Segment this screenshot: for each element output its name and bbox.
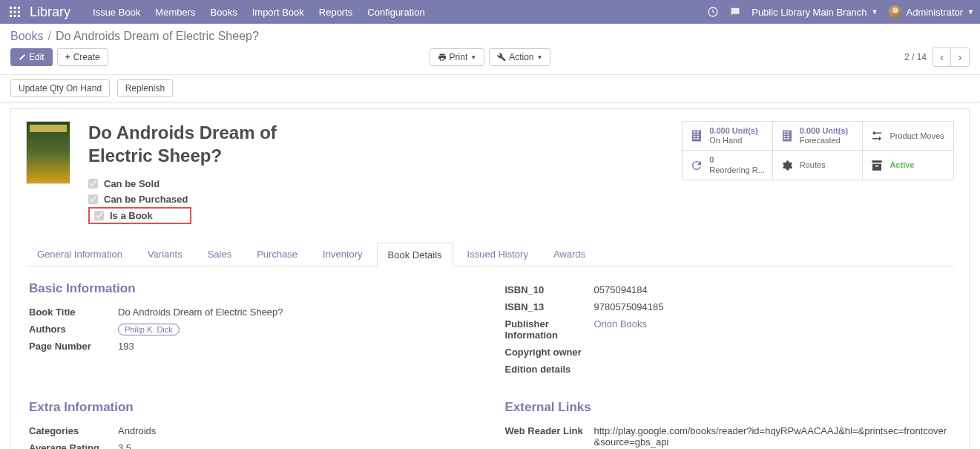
caret-down-icon: ▼ xyxy=(872,8,878,16)
can-be-purchased-label: Can be Purchased xyxy=(104,194,188,205)
menu-import-book[interactable]: Import Book xyxy=(252,7,304,18)
exchange-icon xyxy=(870,129,884,142)
tab-inventory[interactable]: Inventory xyxy=(312,242,373,266)
value-page-number: 193 xyxy=(118,341,134,352)
value-reader-link: http://play.google.com/books/reader?id=h… xyxy=(594,425,952,448)
stat-product-moves[interactable]: Product Moves xyxy=(863,122,953,151)
top-navbar: Library Issue Book Members Books Import … xyxy=(0,0,980,24)
section-external-links: External Links xyxy=(505,400,952,415)
breadcrumb-root[interactable]: Books xyxy=(10,30,43,43)
print-label: Print xyxy=(450,52,468,62)
caret-down-icon: ▼ xyxy=(537,54,543,61)
menu-members[interactable]: Members xyxy=(155,7,195,18)
company-switcher[interactable]: Public Library Main Branch ▼ xyxy=(752,7,878,18)
svg-rect-3 xyxy=(10,11,12,13)
menu-issue-book[interactable]: Issue Book xyxy=(93,7,140,18)
svg-rect-4 xyxy=(14,11,16,13)
value-categories: Androids xyxy=(118,425,156,436)
edit-button[interactable]: Edit xyxy=(10,48,53,66)
label-rating: Average Rating xyxy=(29,442,118,449)
tab-sales[interactable]: Sales xyxy=(197,242,243,266)
user-name: Administrator xyxy=(907,7,964,18)
is-a-book-checkbox[interactable] xyxy=(94,211,104,220)
pager-prev[interactable]: ‹ xyxy=(933,48,951,66)
stat-reordering[interactable]: 0Reordering R... xyxy=(683,151,773,179)
form-sheet: Do Androids Dream of Electric Sheep? Can… xyxy=(10,108,970,449)
tab-variants[interactable]: Variants xyxy=(137,242,194,266)
can-be-sold-label: Can be Sold xyxy=(104,178,160,189)
print-button[interactable]: Print ▼ xyxy=(430,48,485,66)
building-icon xyxy=(690,129,703,142)
apps-icon[interactable] xyxy=(6,3,24,21)
tab-issued-history[interactable]: Issued History xyxy=(456,242,539,266)
svg-rect-5 xyxy=(18,11,20,13)
stat-routes[interactable]: Routes xyxy=(773,151,864,179)
label-page-number: Page Number xyxy=(29,341,118,352)
pencil-icon xyxy=(19,53,26,61)
is-a-book-label: Is a Book xyxy=(110,210,153,221)
label-reader-link: Web Reader Link xyxy=(505,425,594,448)
user-menu[interactable]: Administrator ▼ xyxy=(889,5,975,19)
page-title: Do Androids Dream of Electric Sheep? xyxy=(88,121,341,167)
can-be-sold-checkbox[interactable] xyxy=(88,179,98,189)
nav-menu: Issue Book Members Books Import Book Rep… xyxy=(93,7,425,18)
action-button[interactable]: Action ▼ xyxy=(489,48,550,66)
svg-rect-0 xyxy=(10,7,12,9)
update-qty-button[interactable]: Update Qty On Hand xyxy=(10,79,110,97)
breadcrumb-current: Do Androids Dream of Electric Sheep? xyxy=(56,30,259,43)
is-a-book-row: Is a Book xyxy=(88,207,191,224)
refresh-icon xyxy=(690,159,703,172)
wrench-icon xyxy=(497,53,506,62)
tab-content: Basic Information Book TitleDo Androids … xyxy=(26,266,954,449)
publisher-link[interactable]: Orion Books xyxy=(594,318,648,330)
label-isbn13: ISBN_13 xyxy=(505,301,594,312)
label-authors: Authors xyxy=(29,324,118,335)
author-tag[interactable]: Philip K. Dick xyxy=(118,324,180,335)
pager-text[interactable]: 2 / 14 xyxy=(904,52,927,62)
label-categories: Categories xyxy=(29,425,118,436)
value-isbn10: 0575094184 xyxy=(594,284,648,295)
can-be-purchased-checkbox[interactable] xyxy=(88,194,98,204)
tab-awards[interactable]: Awards xyxy=(542,242,596,266)
svg-rect-6 xyxy=(10,15,12,17)
statusbar: Update Qty On Hand Replenish xyxy=(0,75,980,102)
product-image[interactable] xyxy=(26,121,70,184)
can-be-sold-row: Can be Sold xyxy=(88,176,664,191)
label-edition: Edition details xyxy=(505,364,594,375)
tab-book-details[interactable]: Book Details xyxy=(377,243,453,266)
activity-icon[interactable] xyxy=(707,6,719,18)
plus-icon: + xyxy=(65,52,70,62)
tab-general-information[interactable]: General Information xyxy=(26,242,134,266)
caret-down-icon: ▼ xyxy=(470,54,476,61)
svg-rect-2 xyxy=(18,7,20,9)
stat-buttons: 0.000 Unit(s)On Hand 0.000 Unit(s)Foreca… xyxy=(682,121,954,180)
can-be-purchased-row: Can be Purchased xyxy=(88,191,664,207)
menu-reports[interactable]: Reports xyxy=(319,7,353,18)
value-isbn13: 9780575094185 xyxy=(594,301,664,312)
menu-configuration[interactable]: Configuration xyxy=(367,7,424,18)
messaging-icon[interactable] xyxy=(729,6,741,18)
action-label: Action xyxy=(509,52,533,62)
building-icon xyxy=(780,129,794,142)
brand-title[interactable]: Library xyxy=(30,4,70,20)
stat-active[interactable]: Active xyxy=(863,151,953,179)
pager-buttons: ‹ › xyxy=(933,47,970,67)
stat-forecasted[interactable]: 0.000 Unit(s)Forecasted xyxy=(773,122,864,151)
archive-icon xyxy=(870,159,884,172)
create-label: Create xyxy=(73,52,100,62)
section-basic-info: Basic Information xyxy=(29,281,476,296)
control-panel: Edit + Create Print ▼ Action ▼ 2 / 14 ‹ … xyxy=(0,46,980,75)
value-book-title: Do Androids Dream of Electric Sheep? xyxy=(118,307,283,318)
company-name: Public Library Main Branch xyxy=(752,7,866,18)
label-copyright: Copyright owner xyxy=(505,347,594,358)
avatar xyxy=(889,5,902,19)
menu-books[interactable]: Books xyxy=(211,7,237,18)
create-button[interactable]: + Create xyxy=(57,48,108,66)
stat-on-hand[interactable]: 0.000 Unit(s)On Hand xyxy=(683,122,773,151)
tab-purchase[interactable]: Purchase xyxy=(246,242,309,266)
pager-next[interactable]: › xyxy=(951,48,969,66)
label-book-title: Book Title xyxy=(29,307,118,318)
replenish-button[interactable]: Replenish xyxy=(117,79,173,97)
svg-rect-7 xyxy=(14,15,16,17)
caret-down-icon: ▼ xyxy=(967,8,974,16)
